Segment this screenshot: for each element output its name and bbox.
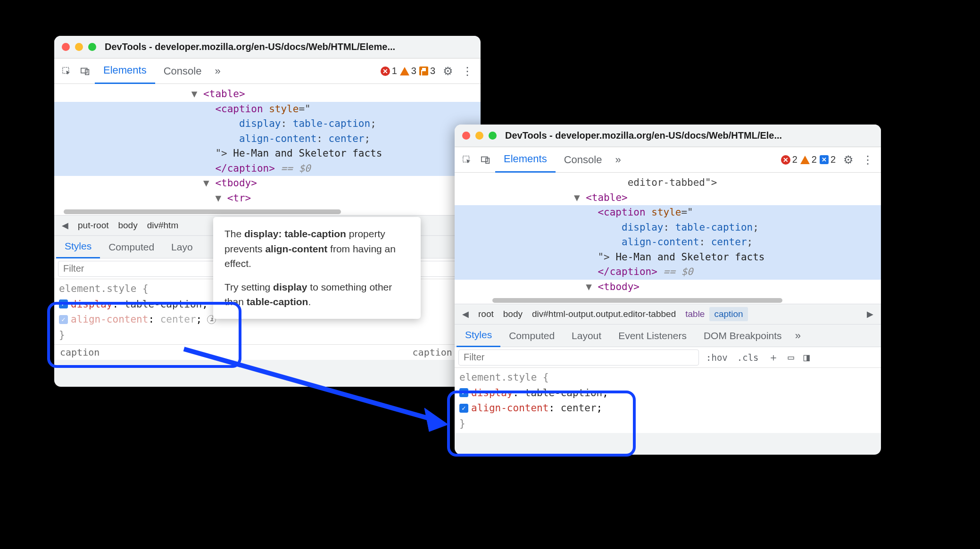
dom-node-close[interactable]: </caption> == $0 bbox=[455, 265, 881, 280]
crumb-prev-icon[interactable]: ◀ bbox=[57, 220, 73, 231]
dom-node[interactable]: ▼ <table> bbox=[455, 191, 881, 206]
crumb-item[interactable]: root bbox=[473, 307, 498, 321]
minimize-icon[interactable] bbox=[75, 43, 83, 51]
subtab-styles[interactable]: Styles bbox=[457, 324, 500, 347]
crumb-item[interactable]: body bbox=[498, 307, 527, 321]
subtab-dom-breakpoints[interactable]: DOM Breakpoints bbox=[695, 324, 790, 347]
sidebar-toggle-icon[interactable]: ◨ bbox=[801, 351, 812, 363]
titlebar[interactable]: DevTools - developer.mozilla.org/en-US/d… bbox=[455, 125, 881, 147]
scrollbar[interactable] bbox=[455, 297, 881, 304]
tab-elements[interactable]: Elements bbox=[95, 58, 155, 84]
tab-elements[interactable]: Elements bbox=[495, 147, 556, 173]
issue-counts[interactable]: ✕1 3 3 bbox=[381, 66, 435, 76]
dom-style-line[interactable]: display: table-caption; bbox=[455, 220, 881, 235]
flag-count[interactable]: 3 bbox=[419, 66, 435, 76]
checkbox-icon[interactable]: ✓ bbox=[459, 404, 468, 413]
property-value[interactable]: table-caption bbox=[525, 387, 602, 399]
subtab-computed[interactable]: Computed bbox=[500, 324, 563, 347]
main-toolbar: Elements Console » ✕2 2 2 ⚙ ⋮ bbox=[455, 147, 881, 173]
subtab-computed[interactable]: Computed bbox=[100, 236, 163, 258]
crumb-item[interactable]: body bbox=[113, 218, 142, 233]
warning-count[interactable]: 3 bbox=[400, 66, 416, 76]
maximize-icon[interactable] bbox=[88, 43, 96, 51]
property-value[interactable]: center bbox=[160, 314, 196, 325]
dom-node-close[interactable]: </caption> == $0 bbox=[54, 161, 481, 176]
dom-node-caption[interactable]: <caption style=" bbox=[455, 205, 881, 220]
dom-node[interactable]: editor-tabbed"> bbox=[455, 175, 881, 191]
filter-input[interactable] bbox=[458, 349, 699, 366]
dom-node[interactable]: ▼ <tbody> bbox=[455, 280, 881, 295]
crumb-item[interactable]: put-root bbox=[73, 218, 113, 233]
property-name[interactable]: display bbox=[471, 387, 513, 399]
issue-counts[interactable]: ✕2 2 2 bbox=[781, 154, 836, 165]
error-count[interactable]: ✕1 bbox=[381, 66, 397, 76]
dom-node-text[interactable]: "> He-Man and Skeletor facts bbox=[54, 146, 481, 161]
close-icon[interactable] bbox=[462, 132, 470, 140]
checkbox-icon[interactable]: ✓ bbox=[459, 388, 468, 397]
dom-node[interactable]: ▼ <table> bbox=[54, 87, 481, 102]
dom-node[interactable]: ▼ <tbody> bbox=[54, 176, 481, 191]
subtab-styles[interactable]: Styles bbox=[56, 236, 100, 258]
inspect-icon[interactable] bbox=[458, 151, 475, 168]
property-value[interactable]: center bbox=[561, 402, 597, 414]
device-toggle-icon[interactable] bbox=[477, 151, 494, 168]
new-style-rule-icon[interactable]: ＋ bbox=[766, 350, 781, 365]
dom-tree[interactable]: editor-tabbed"> ▼ <table> <caption style… bbox=[455, 173, 881, 297]
crumb-item[interactable]: div#html-output.output.editor-tabbed bbox=[527, 307, 681, 321]
dom-style-line[interactable]: display: table-caption; bbox=[54, 116, 481, 132]
maximize-icon[interactable] bbox=[489, 132, 497, 140]
tab-console[interactable]: Console bbox=[556, 147, 611, 173]
subtab-layout[interactable]: Layout bbox=[563, 324, 610, 347]
menu-icon[interactable]: ⋮ bbox=[857, 153, 878, 166]
crumb-item[interactable]: div#htm bbox=[142, 218, 183, 233]
styles-pane[interactable]: element.style { ✓ display: table-caption… bbox=[455, 368, 881, 433]
breadcrumb[interactable]: ◀ root body div#html-output.output.edito… bbox=[455, 304, 881, 324]
dom-node[interactable]: ▼ <tr> bbox=[54, 191, 481, 206]
settings-icon[interactable]: ⚙ bbox=[839, 153, 857, 166]
dom-tree[interactable]: ▼ <table> <caption style=" display: tabl… bbox=[54, 84, 481, 208]
dom-node-text[interactable]: "> He-Man and Skeletor facts bbox=[455, 250, 881, 265]
tooltip-line: The display: table-caption property prev… bbox=[224, 226, 409, 271]
property-name[interactable]: align-content bbox=[71, 314, 148, 325]
crumb-item-active[interactable]: caption bbox=[709, 307, 747, 321]
scroll-thumb[interactable] bbox=[492, 298, 782, 303]
style-declaration[interactable]: ✓ align-content: center; bbox=[459, 400, 876, 416]
style-declaration[interactable]: ✓ display: table-caption; bbox=[459, 385, 876, 401]
property-value[interactable]: table-caption bbox=[125, 299, 202, 310]
minimize-icon[interactable] bbox=[475, 132, 483, 140]
crumb-item[interactable]: table bbox=[681, 307, 709, 321]
next-selector-left: caption bbox=[60, 347, 100, 358]
scroll-thumb[interactable] bbox=[64, 209, 341, 214]
menu-icon[interactable]: ⋮ bbox=[457, 65, 478, 78]
checkbox-icon[interactable]: ✓ bbox=[59, 299, 68, 308]
property-name[interactable]: align-content bbox=[471, 402, 548, 414]
device-toggle-icon[interactable] bbox=[77, 63, 94, 80]
checkbox-icon[interactable]: ✓ bbox=[59, 315, 68, 324]
inspect-icon[interactable] bbox=[58, 63, 75, 80]
issue-count[interactable]: 2 bbox=[820, 154, 836, 165]
settings-icon[interactable]: ⚙ bbox=[439, 65, 457, 78]
devtools-window-right: DevTools - developer.mozilla.org/en-US/d… bbox=[455, 125, 881, 455]
close-icon[interactable] bbox=[62, 43, 70, 51]
more-subtabs-icon[interactable]: » bbox=[790, 330, 806, 342]
more-tabs-icon[interactable]: » bbox=[210, 65, 225, 77]
warning-count[interactable]: 2 bbox=[800, 154, 817, 165]
dom-style-line[interactable]: align-content: center; bbox=[455, 235, 881, 250]
style-selector[interactable]: element.style { bbox=[459, 370, 876, 385]
window-title: DevTools - developer.mozilla.org/en-US/d… bbox=[505, 130, 782, 141]
subtab-layout[interactable]: Layo bbox=[163, 236, 201, 258]
property-name[interactable]: display bbox=[71, 299, 113, 310]
dom-node-caption[interactable]: <caption style=" bbox=[54, 102, 481, 117]
more-tabs-icon[interactable]: » bbox=[610, 154, 625, 166]
titlebar[interactable]: DevTools - developer.mozilla.org/en-US/d… bbox=[54, 36, 481, 58]
scrollbar[interactable] bbox=[54, 208, 481, 215]
crumb-next-icon[interactable]: ▶ bbox=[862, 309, 878, 319]
tab-console[interactable]: Console bbox=[155, 58, 210, 84]
subtab-event-listeners[interactable]: Event Listeners bbox=[610, 324, 695, 347]
computed-toggle-icon[interactable]: ▭ bbox=[786, 351, 797, 363]
dom-style-line[interactable]: align-content: center; bbox=[54, 132, 481, 147]
error-count[interactable]: ✕2 bbox=[781, 154, 797, 165]
hov-button[interactable]: :hov bbox=[704, 352, 730, 363]
cls-button[interactable]: .cls bbox=[735, 352, 761, 363]
crumb-prev-icon[interactable]: ◀ bbox=[457, 309, 473, 319]
